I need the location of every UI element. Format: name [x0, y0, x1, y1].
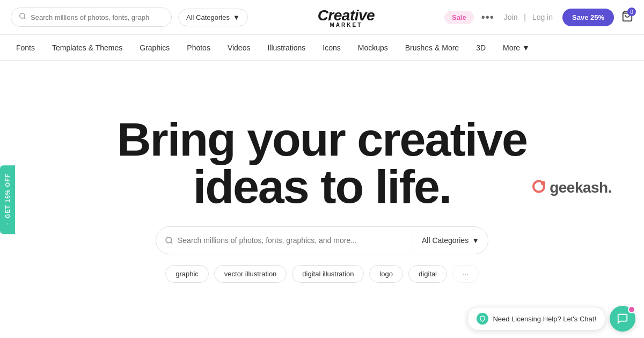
nav-item-brushes[interactable]: Brushes & More: [405, 43, 459, 52]
chevron-down-icon: ▼: [522, 43, 530, 52]
join-login-links: Join | Log in: [502, 13, 555, 21]
svg-point-0: [20, 13, 25, 18]
pill-more-placeholder: ···: [452, 265, 479, 283]
hero-search-inner: [156, 236, 413, 245]
nav-item-3d[interactable]: 3D: [476, 43, 486, 52]
hero-search-row[interactable]: All Categories ▼: [156, 226, 488, 254]
pill-digital[interactable]: digital: [408, 265, 447, 283]
nav-item-templates[interactable]: Templates & Themes: [52, 43, 122, 52]
nav-item-videos[interactable]: Videos: [228, 43, 251, 52]
logo-area: Creative MARKET: [254, 7, 438, 28]
chevron-down-icon: ▼: [472, 236, 479, 245]
nav-item-photos[interactable]: Photos: [187, 43, 210, 52]
nav-item-graphics[interactable]: Graphics: [140, 43, 170, 52]
separator: |: [524, 13, 528, 21]
header-right: Sale ••• Join | Log in Save 25% 0: [444, 9, 633, 26]
nav-item-more[interactable]: More ▼: [503, 43, 530, 52]
watermark-text: geekash.: [550, 179, 612, 196]
arrow-up-icon: ↑: [4, 222, 11, 225]
pill-vector-illustration[interactable]: vector illustration: [214, 265, 287, 283]
nav-item-illustrations[interactable]: Illustrations: [267, 43, 305, 52]
svg-line-1: [24, 18, 26, 19]
search-icon: [19, 12, 26, 22]
nav-item-fonts[interactable]: Fonts: [16, 43, 35, 52]
chevron-down-icon: ▼: [233, 13, 240, 21]
search-icon: [165, 236, 173, 245]
login-link[interactable]: Log in: [532, 13, 553, 21]
header-category-dropdown[interactable]: All Categories ▼: [178, 9, 248, 26]
site-logo[interactable]: Creative MARKET: [318, 7, 375, 28]
svg-line-6: [171, 242, 172, 244]
logo-creative: Creative: [318, 7, 375, 24]
chat-bubble-text: Need Licensing Help? Let's Chat!: [493, 315, 596, 323]
header-search-bar[interactable]: [11, 8, 172, 27]
chat-icon: [617, 313, 628, 325]
svg-point-5: [166, 237, 172, 243]
watermark-dot: geekash.: [531, 179, 612, 196]
hero-section: ↑ GET 15% OFF Bring your creative ideas …: [0, 61, 644, 338]
save-button[interactable]: Save 25%: [562, 9, 614, 26]
svg-point-4: [541, 181, 545, 185]
category-label: All Categories: [186, 13, 230, 21]
header: All Categories ▼ Creative MARKET Sale ••…: [0, 0, 644, 35]
header-search-input[interactable]: [31, 13, 149, 21]
hero-title: Bring your creative ideas to life.: [117, 116, 527, 210]
hero-category-dropdown[interactable]: All Categories ▼: [413, 236, 488, 245]
pill-graphic[interactable]: graphic: [165, 265, 209, 283]
search-pills-row: graphic vector illustration digital illu…: [165, 265, 479, 283]
watermark-icon: [531, 179, 548, 196]
chat-widget: Need Licensing Help? Let's Chat!: [467, 306, 635, 332]
chat-open-button[interactable]: [610, 306, 635, 332]
nav-item-icons[interactable]: Icons: [323, 43, 340, 52]
pill-logo[interactable]: logo: [369, 265, 403, 283]
cart-badge: 0: [627, 8, 636, 16]
pill-digital-illustration[interactable]: digital illustration: [292, 265, 364, 283]
chat-bubble[interactable]: Need Licensing Help? Let's Chat!: [467, 307, 605, 330]
nav-item-mockups[interactable]: Mockups: [358, 43, 388, 52]
hero-search-input[interactable]: [178, 236, 404, 245]
discount-label: GET 15% OFF: [4, 173, 11, 218]
main-nav: Fonts Templates & Themes Graphics Photos…: [0, 35, 644, 61]
chat-notification-badge: [628, 306, 635, 313]
cart-icon-wrapper[interactable]: 0: [621, 10, 633, 24]
sale-badge[interactable]: Sale: [444, 11, 474, 24]
watermark-logo: geekash.: [531, 179, 612, 196]
side-discount-bar[interactable]: ↑ GET 15% OFF: [0, 165, 15, 233]
join-link[interactable]: Join: [504, 13, 518, 21]
chat-icon-circle: [477, 313, 488, 325]
more-dots-button[interactable]: •••: [481, 11, 494, 24]
